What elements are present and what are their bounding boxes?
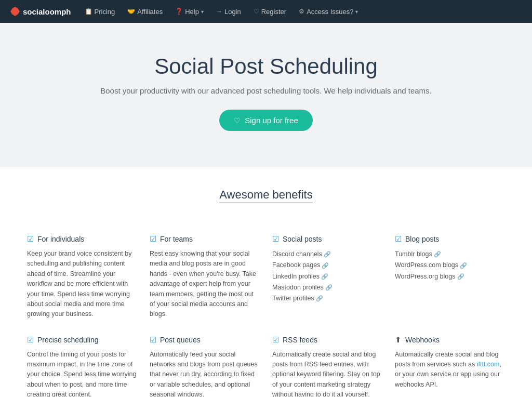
benefit-header: ☑ For individuals [27,234,137,244]
checkmark-icon: ☑ [27,234,34,244]
ifttt-link[interactable]: ifttt.com [477,361,500,368]
nav-register[interactable]: ♡ Register [248,6,291,18]
benefit-header: ☑ For teams [150,234,260,244]
benefit-title: For teams [160,235,193,243]
benefit-rss-feeds: ☑ RSS feeds Automatically create social … [272,335,382,397]
brand-name: socialoomph [23,7,71,16]
benefit-title: Webhooks [405,336,440,344]
benefit-blog-posts: ☑ Blog posts Tumblr blogs 🔗 WordPress.co… [395,234,505,320]
benefit-for-individuals: ☑ For individuals Keep your brand voice … [27,234,137,320]
benefit-body: Automatically create social and blog pos… [395,350,505,390]
benefit-title: For individuals [37,235,84,243]
login-icon: → [216,8,222,15]
brand-logo[interactable]: socialoomph [10,7,71,16]
link-icon: 🔗 [324,249,331,259]
benefit-body: Tumblr blogs 🔗 WordPress.com blogs 🔗 Wor… [395,249,505,282]
nav-pricing[interactable]: 📋 Pricing [79,6,121,18]
link-icon: 🔗 [321,272,328,282]
signup-label: Sign up for free [245,116,298,125]
benefit-header: ☑ Precise scheduling [27,335,137,345]
affiliates-icon: 🤝 [127,8,135,15]
upload-icon: ⬆ [395,335,402,345]
benefit-header: ☑ RSS feeds [272,335,382,345]
nav-login[interactable]: → Login [211,6,246,18]
benefit-title: Post queues [160,336,201,344]
nav-access-issues[interactable]: ⚙ Access Issues? ▾ [294,6,363,18]
benefit-body: Rest easy knowing that your social media… [150,249,260,320]
benefit-body: Automatically feed your social networks … [150,350,260,397]
checkmark-icon: ☑ [27,335,34,345]
link-icon: 🔗 [460,261,467,271]
link-icon: 🔗 [322,261,329,271]
signup-button[interactable]: ♡ Sign up for free [219,110,313,131]
nav-help[interactable]: ❓ Help ▾ [170,6,209,18]
link-icon: 🔗 [325,283,332,293]
facebook-link[interactable]: Facebook pages 🔗 [272,260,382,271]
access-chevron-icon: ▾ [355,9,358,15]
link-icon: 🔗 [457,272,464,282]
discord-link[interactable]: Discord channels 🔗 [272,249,382,260]
pricing-icon: 📋 [85,8,92,15]
link-icon: 🔗 [316,294,323,303]
help-icon: ❓ [175,8,183,15]
wpcom-link[interactable]: WordPress.com blogs 🔗 [395,260,505,271]
benefit-body: Keep your brand voice consistent by sche… [27,249,137,320]
checkmark-icon: ☑ [272,234,279,244]
benefit-header: ☑ Blog posts [395,234,505,244]
benefits-section-title: Awesome benefits [219,188,312,203]
benefit-header: ☑ Post queues [150,335,260,345]
benefit-for-teams: ☑ For teams Rest easy knowing that your … [150,234,260,320]
checkmark-icon: ☑ [150,234,156,244]
link-icon: 🔗 [434,249,441,259]
hero-section: Social Post Scheduling Boost your produc… [0,23,532,167]
benefits-grid: ☑ For individuals Keep your brand voice … [27,234,505,397]
benefit-body: Automatically create social and blog pos… [272,350,382,397]
twitter-link[interactable]: Twitter profiles 🔗 [272,293,382,304]
checkmark-icon: ☑ [150,335,156,345]
navbar: socialoomph 📋 Pricing 🤝 Affiliates ❓ Hel… [0,0,532,23]
wporg-link[interactable]: WordPress.org blogs 🔗 [395,271,505,282]
benefit-webhooks: ⬆ Webhooks Automatically create social a… [395,335,505,397]
linkedin-link[interactable]: LinkedIn profiles 🔗 [272,271,382,282]
benefit-body: Control the timing of your posts for max… [27,350,137,397]
hero-title: Social Post Scheduling [10,54,522,79]
benefit-social-posts: ☑ Social posts Discord channels 🔗 Facebo… [272,234,382,320]
brand-icon [10,7,20,16]
help-chevron-icon: ▾ [201,9,204,15]
heart-icon: ♡ [234,116,241,125]
benefit-body: Discord channels 🔗 Facebook pages 🔗 Link… [272,249,382,304]
benefit-title: Blog posts [405,235,439,243]
hero-subtitle: Boost your productivity with our advance… [10,86,522,95]
benefit-title: Social posts [283,235,322,243]
benefit-header: ☑ Social posts [272,234,382,244]
register-icon: ♡ [254,8,259,15]
checkmark-icon: ☑ [395,234,402,244]
benefit-header: ⬆ Webhooks [395,335,505,345]
nav-affiliates[interactable]: 🤝 Affiliates [122,6,168,18]
tumblr-link[interactable]: Tumblr blogs 🔗 [395,249,505,260]
checkmark-icon: ☑ [272,335,279,345]
benefits-section: Awesome benefits ☑ For individuals Keep … [17,167,515,397]
benefits-title-wrapper: Awesome benefits [27,188,505,219]
access-icon: ⚙ [299,8,304,15]
mastodon-link[interactable]: Mastodon profiles 🔗 [272,282,382,293]
benefit-title: RSS feeds [283,336,317,344]
benefit-post-queues: ☑ Post queues Automatically feed your so… [150,335,260,397]
benefit-precise-scheduling: ☑ Precise scheduling Control the timing … [27,335,137,397]
benefit-title: Precise scheduling [37,336,99,344]
